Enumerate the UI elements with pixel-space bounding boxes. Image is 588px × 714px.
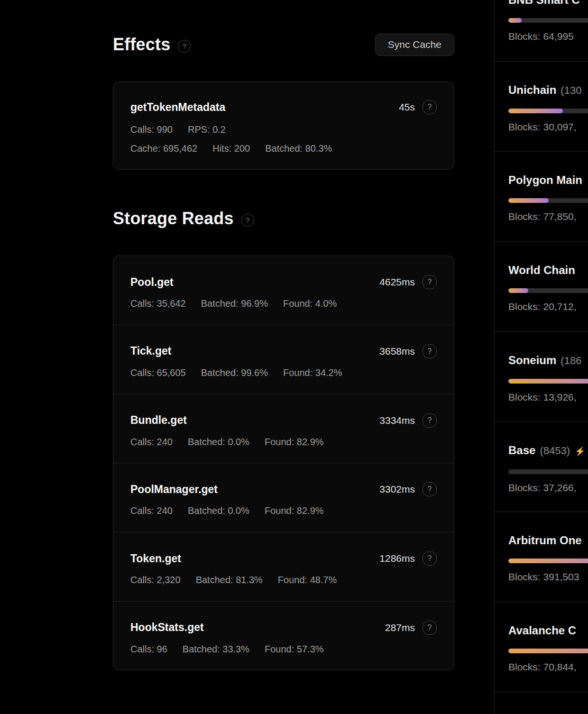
table-row: Bundle.get 3334ms ? Calls: 240 Batched: …: [113, 394, 454, 464]
sync-progress-bar: [508, 198, 588, 203]
sync-progress-fill: [508, 288, 528, 293]
list-item: Unichain (130 Blocks: 30,097,: [495, 62, 588, 152]
storage-row-calls: Calls: 240: [130, 435, 173, 449]
chain-name: Base: [508, 443, 535, 458]
list-item: Arbitrum One Blocks: 391,503: [495, 512, 588, 602]
chain-name: BNB Smart C: [508, 0, 580, 7]
chain-name: Avalanche C: [508, 623, 576, 638]
question-mark-glyph: ?: [183, 42, 186, 50]
chain-name: World Chain: [508, 263, 575, 277]
table-row: PoolManager.get 3302ms ? Calls: 240 Batc…: [113, 463, 454, 532]
storage-row-title: Token.get: [130, 552, 181, 565]
effects-help-icon[interactable]: ?: [178, 40, 191, 53]
storage-row-found: Found: 48.7%: [278, 573, 337, 586]
storage-row-batched: Batched: 0.0%: [188, 504, 249, 517]
storage-row-help-icon[interactable]: ?: [423, 275, 437, 289]
question-mark-glyph: ?: [428, 278, 432, 286]
storage-row-duration: 3302ms: [379, 484, 415, 495]
chain-blocks: Blocks: 37,266,: [508, 481, 588, 495]
storage-row-batched: Batched: 0.0%: [188, 435, 249, 449]
storage-row-found: Found: 34.2%: [283, 366, 342, 379]
question-mark-glyph: ?: [428, 623, 432, 632]
storage-row-title: Tick.get: [130, 345, 172, 357]
effect-hits: Hits: 200: [212, 142, 250, 155]
sync-progress-bar: [508, 288, 588, 293]
effect-batched: Batched: 80.3%: [265, 142, 332, 155]
table-row: Token.get 1286ms ? Calls: 2,320 Batched:…: [113, 532, 454, 602]
storage-reads-card: Pool.get 4625ms ? Calls: 35,642 Batched:…: [113, 256, 454, 670]
storage-reads-heading: Storage Reads: [113, 209, 234, 229]
storage-reads-header: Storage Reads ?: [113, 207, 454, 230]
storage-row-help-icon[interactable]: ?: [423, 482, 437, 496]
sync-progress-fill: [508, 198, 549, 203]
question-mark-glyph: ?: [428, 103, 432, 111]
question-mark-glyph: ?: [246, 216, 249, 224]
chain-blocks: Blocks: 20,712,: [508, 300, 588, 314]
chain-name: Soneium: [508, 353, 556, 367]
storage-row-duration: 287ms: [385, 622, 415, 633]
storage-row-calls: Calls: 96: [130, 642, 167, 656]
chains-panel: BNB Smart C Blocks: 64,995 Unichain (130…: [494, 0, 588, 714]
storage-row-help-icon[interactable]: ?: [423, 413, 437, 428]
chain-name: Arbitrum One: [508, 533, 582, 548]
sync-progress-fill: [508, 649, 588, 653]
sync-progress-fill: [508, 18, 522, 23]
question-mark-glyph: ?: [428, 347, 432, 356]
chain-blocks: Blocks: 13,926,: [508, 390, 588, 404]
question-mark-glyph: ?: [428, 485, 432, 494]
effect-duration: 45s: [399, 101, 415, 113]
chain-blocks: Blocks: 77,850,: [508, 210, 588, 224]
sync-progress-fill: [508, 558, 588, 563]
storage-row-found: Found: 82.9%: [265, 504, 324, 517]
warning-icon: ⚡: [575, 444, 585, 458]
chain-name: Polygon Main: [508, 173, 582, 187]
sync-progress-bar: [508, 109, 588, 113]
storage-row-calls: Calls: 240: [130, 504, 173, 517]
effects-heading: Effects: [113, 35, 170, 55]
effect-help-icon[interactable]: ?: [423, 100, 437, 114]
sync-progress-bar: [508, 469, 588, 474]
effects-header: Effects ? Sync Cache: [113, 33, 454, 56]
chain-blocks: Blocks: 391,503: [508, 570, 588, 584]
storage-row-title: Bundle.get: [130, 414, 187, 427]
sync-progress-bar: [508, 379, 588, 384]
storage-row-found: Found: 82.9%: [265, 435, 324, 449]
list-item: World Chain Blocks: 20,712,: [495, 242, 588, 332]
storage-row-help-icon[interactable]: ?: [423, 621, 437, 635]
table-row: HookStats.get 287ms ? Calls: 96 Batched:…: [113, 602, 454, 670]
effect-cache: Cache: 695,462: [130, 142, 197, 155]
chain-name: Unichain: [508, 83, 556, 97]
chain-id: (8453): [540, 444, 570, 458]
storage-row-title: HookStats.get: [130, 621, 204, 634]
chain-blocks: Blocks: 30,097,: [508, 120, 588, 134]
list-item: Soneium (186 Blocks: 13,926,: [495, 332, 588, 422]
effect-title: getTokenMetadata: [130, 101, 225, 114]
effect-card-title-row: getTokenMetadata 45s ?: [130, 100, 437, 114]
chain-id: (186: [560, 354, 581, 368]
storage-row-batched: Batched: 81.3%: [196, 573, 263, 586]
storage-row-found: Found: 57.3%: [265, 642, 324, 656]
main-content: Effects ? Sync Cache getTokenMetadata 45…: [113, 0, 454, 670]
storage-reads-help-icon[interactable]: ?: [241, 214, 254, 227]
effect-stats-line2: Cache: 695,462 Hits: 200 Batched: 80.3%: [130, 142, 437, 155]
storage-row-help-icon[interactable]: ?: [423, 344, 437, 358]
chain-id: (130: [560, 83, 581, 98]
sync-progress-bar: [508, 649, 588, 653]
list-item: BNB Smart C Blocks: 64,995: [495, 0, 588, 62]
chain-blocks: Blocks: 70,844,: [508, 660, 588, 674]
storage-row-batched: Batched: 99.6%: [201, 366, 268, 379]
storage-row-calls: Calls: 2,320: [130, 573, 181, 586]
list-item: Polygon Main Blocks: 77,850,: [495, 152, 588, 242]
storage-row-title: PoolManager.get: [130, 483, 218, 496]
storage-row-duration: 3334ms: [379, 415, 415, 426]
table-row: Tick.get 3658ms ? Calls: 65,605 Batched:…: [113, 325, 454, 394]
list-item: Base (8453) ⚡ Blocks: 37,266,: [495, 422, 588, 512]
sync-progress-fill: [508, 109, 563, 113]
list-item: Avalanche C Blocks: 70,844,: [495, 602, 588, 692]
storage-row-duration: 3658ms: [379, 346, 415, 357]
sync-progress-fill: [508, 379, 588, 384]
sync-progress-bar: [508, 558, 588, 563]
sync-cache-button[interactable]: Sync Cache: [375, 34, 454, 56]
effect-calls: Calls: 990: [130, 123, 173, 136]
storage-row-help-icon[interactable]: ?: [423, 551, 437, 566]
